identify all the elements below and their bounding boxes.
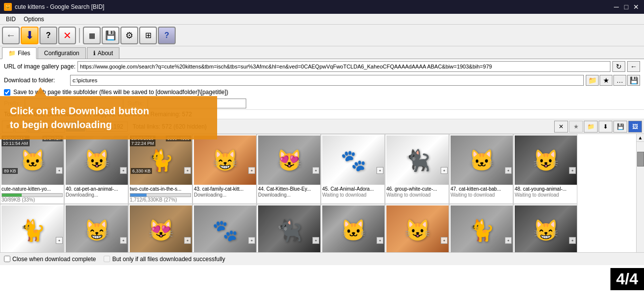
image-grid: 🐱 25/01/201710:11:54 AM 970×727 89 KB + … [0,134,636,252]
corner-badge: 4/4 [610,268,644,290]
image-cell-40[interactable]: 😺 + 40. cat-pet-an-animal-... Downloadin… [64,134,128,204]
bottom-bar: Close when download complete But only if… [0,252,644,265]
image-cell-52[interactable]: 🐾 + 52. 11424-a-cute-you... Waiting to d… [192,204,257,252]
folder-open-button[interactable]: 📁 [584,121,598,133]
image-cell-57[interactable]: 😸 + 57. cutest-kittens-cut-... Waiting t… [513,204,577,252]
minimize-button[interactable]: ─ [612,3,620,11]
settings-button[interactable]: ⚙ [120,27,138,44]
only-if-all-label: But only if all files downloaded success… [104,256,225,263]
window-title: cute kittens - Google Search [BID] [15,3,104,10]
app-window: 🐱 cute kittens - Google Search [BID] ─ □… [0,0,644,303]
image-cell-48[interactable]: 😺 + 48. cat-young-animal-... Waiting to … [513,134,577,204]
image-cell-53[interactable]: 🐈‍⬛ + 53. kittens-kitten-cat-... Waiting… [257,204,321,252]
save-right-button[interactable]: 💾 [613,121,627,133]
only-if-all-checkbox[interactable] [104,256,110,262]
image-cell-51[interactable]: 😻 + 51. cat-kittens-small-p... Waiting t… [128,204,192,252]
image-cell-56[interactable]: 🐈 + 56. cat-background-im... Waiting to … [449,204,513,252]
folder-star-button[interactable]: ★ [600,75,612,86]
tabs: 📁 Files Configuration ℹ About [0,46,644,59]
unknown-button[interactable]: ▦ [83,27,101,44]
url-label: URL of image gallery page: [4,63,76,70]
save-button[interactable]: 💾 [102,27,119,44]
image-cell-54[interactable]: 🐱 + 54. 14007682818699... Waiting to dow… [321,204,385,252]
close-when-done-label: Close when download complete [4,256,96,263]
image-cell-50[interactable]: 😸 + 50. Cute_Cat_Sleepin... Waiting to d… [64,204,128,252]
image-cell-45[interactable]: 🐾 + 45. Cat-Animal-Adora... Waiting to d… [321,134,385,204]
close-when-done-checkbox[interactable] [4,256,10,262]
folder-save-button[interactable]: 💾 [627,75,640,86]
toolbar: ← ⬇ ? ✕ ▦ 💾 ⚙ ⊞ ? [0,25,644,46]
folder-browse-button[interactable]: 📁 [586,75,599,86]
url-input[interactable] [77,61,610,72]
stop-button[interactable]: ✕ [58,27,76,44]
subfolder-checkbox[interactable] [4,89,10,96]
image-cell-41[interactable]: 🐈 25/06/20167:22:24 PM 6000×4000 6,330 K… [128,134,192,204]
files-tab-icon: 📁 [8,50,16,57]
image-cell-55[interactable]: 😺 + 55. kitten-3617838_1... Waiting to d… [385,204,449,252]
about-tab-label: About [98,50,113,57]
menu-options[interactable]: Options [20,15,48,24]
image-cell-44[interactable]: 😻 + 44. Cat-Kitten-Blue-Ey... Downloadin… [257,134,321,204]
only-if-all-text: But only if all files downloaded success… [112,256,225,263]
scrollbar-thumb[interactable] [637,152,644,167]
image-cell-39[interactable]: 🐱 25/01/201710:11:54 AM 970×727 89 KB + … [0,134,64,204]
about-tab-icon: ℹ [93,50,96,57]
download-button[interactable]: ⬇ [21,27,38,44]
tab-configuration[interactable]: Configuration [38,47,85,59]
scrollbar[interactable]: ▲ [636,134,644,252]
tab-about[interactable]: ℹ About [87,47,119,59]
title-bar: 🐱 cute kittens - Google Search [BID] ─ □… [0,0,644,14]
url-back-button[interactable]: ← [627,61,640,72]
image-cell-47[interactable]: 🐱 + 47. cat-kitten-cat-bab... Waiting to… [449,134,513,204]
configuration-tab-label: Configuration [44,50,79,57]
menu-bar: BID Options [0,14,644,25]
tooltip-text: Click on the Download buttonto begin dow… [10,105,149,130]
folder-label: Download to folder: [4,77,68,84]
menu-bid[interactable]: BID [2,15,20,24]
tab-files[interactable]: 📁 Files [2,47,37,59]
back-button[interactable]: ← [2,27,20,44]
help-button[interactable]: ? [39,27,57,44]
grid-button[interactable]: ⊞ [139,27,157,44]
image-grid-container: 🐱 25/01/201710:11:54 AM 970×727 89 KB + … [0,134,644,252]
url-refresh-button[interactable]: ↻ [612,61,625,72]
close-button[interactable]: ✕ [632,3,640,11]
close-when-done-text: Close when download complete [12,256,96,263]
app-icon: 🐱 [4,3,12,11]
folder-more-button[interactable]: … [613,75,626,86]
toolbar-separator [79,28,80,43]
clear-button[interactable]: ✕ [554,121,568,133]
help2-button[interactable]: ? [158,27,176,44]
download-tooltip: Click on the Download buttonto begin dow… [0,96,217,139]
download-right-button[interactable]: ⬇ [599,121,612,133]
image-cell-43[interactable]: 😸 + 43. cat-family-cat-kitt... Downloadi… [192,134,257,204]
image-cell-46[interactable]: 🐈‍⬛ + 46. group-white-cute-... Waiting t… [385,134,449,204]
image-cell-49[interactable]: 🐈 + 49. 2018-11-27-14-40... Waiting to d… [0,204,64,252]
star-button[interactable]: ★ [569,121,583,133]
main-panel: URL of image gallery page: ↻ ← Download … [0,59,644,303]
files-tab-label: Files [18,50,30,57]
folder-input[interactable] [70,75,584,86]
image-view-button[interactable]: 🖼 [628,121,642,133]
restore-button[interactable]: □ [622,3,630,11]
